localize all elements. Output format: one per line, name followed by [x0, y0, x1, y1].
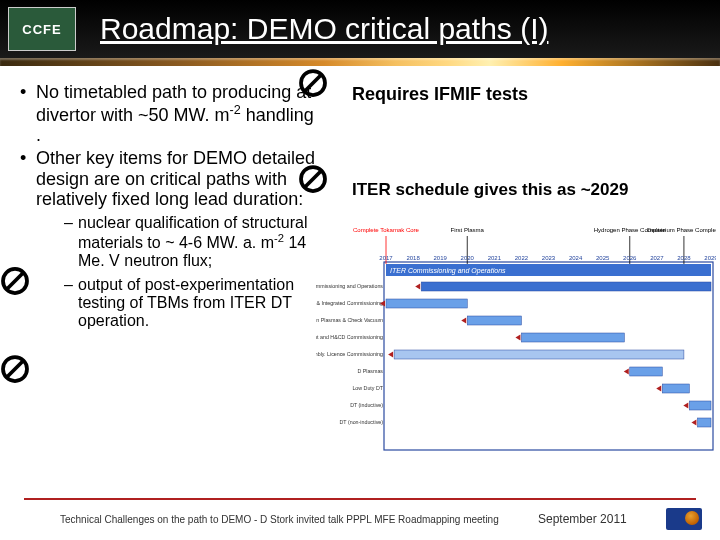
svg-rect-37: [467, 316, 521, 325]
bullet-2: Other key items for DEMO detailed design…: [16, 148, 318, 330]
prohibit-icon: [0, 266, 30, 296]
bullet-1-exp: -2: [230, 103, 241, 117]
annotation-iter-schedule: ITER schedule gives this as ~2029: [352, 180, 628, 200]
svg-text:2027: 2027: [650, 255, 664, 261]
annotation-ifmif: Requires IFMIF tests: [352, 84, 528, 105]
svg-rect-47: [689, 401, 711, 410]
svg-text:ITER Commissioning and Operati: ITER Commissioning and Operations: [390, 267, 506, 275]
bullet-column: No timetabled path to producing at diver…: [16, 82, 318, 330]
slide-footer: Technical Challenges on the path to DEMO…: [0, 508, 720, 530]
slide-title: Roadmap: DEMO critical paths (I): [100, 12, 548, 46]
svg-text:2024: 2024: [569, 255, 583, 261]
subbullet-2: – output of post-experimentation testing…: [36, 276, 318, 330]
svg-text:Plasma Development and H&CD Co: Plasma Development and H&CD Commissionin…: [316, 334, 383, 340]
svg-text:2022: 2022: [515, 255, 529, 261]
svg-line-3: [305, 171, 322, 188]
svg-rect-49: [697, 418, 711, 427]
svg-text:Hydrogen Plasmas & Check Vacuu: Hydrogen Plasmas & Check Vacuum: [316, 317, 384, 323]
footer-date: September 2011: [538, 512, 627, 526]
subbullet-1: – nuclear qualification of structural ma…: [36, 214, 318, 270]
slide-header: CCFE Roadmap: DEMO critical paths (I): [0, 0, 720, 58]
svg-line-7: [7, 361, 24, 378]
svg-text:2020: 2020: [461, 255, 475, 261]
iter-gantt-chart: Complete Tokamak CoreFirst PlasmaHydroge…: [316, 218, 716, 454]
svg-text:D Plasmas: D Plasmas: [357, 368, 383, 374]
svg-rect-45: [662, 384, 689, 393]
svg-text:2017: 2017: [379, 255, 393, 261]
subbullet-1-exp: -2: [274, 232, 284, 244]
prohibit-icon: [0, 354, 30, 384]
subbullet-2-text: output of post-experimentation testing o…: [78, 276, 294, 329]
svg-text:Deuterium Phase Complete: Deuterium Phase Complete: [647, 227, 716, 233]
svg-text:DT (inductive): DT (inductive): [350, 402, 383, 408]
ccfe-logo: CCFE: [8, 7, 76, 51]
prohibit-icon: [298, 68, 328, 98]
svg-rect-41: [394, 350, 684, 359]
svg-text:Complete Tokamak Core: Complete Tokamak Core: [353, 227, 420, 233]
svg-rect-43: [630, 367, 663, 376]
svg-rect-39: [521, 333, 624, 342]
svg-text:First Plasma: First Plasma: [451, 227, 485, 233]
dash-icon: –: [64, 276, 73, 294]
svg-line-5: [7, 273, 24, 290]
svg-text:DT (non-inductive): DT (non-inductive): [340, 419, 384, 425]
svg-line-1: [305, 75, 322, 92]
decorative-sunbar: [0, 58, 720, 66]
svg-text:2026: 2026: [623, 255, 637, 261]
bullet-2-text: Other key items for DEMO detailed design…: [36, 148, 315, 209]
decorative-redline: [24, 498, 696, 500]
svg-text:2018: 2018: [406, 255, 420, 261]
svg-text:2023: 2023: [542, 255, 556, 261]
svg-text:2025: 2025: [596, 255, 610, 261]
efda-logo: [666, 508, 702, 530]
dash-icon: –: [64, 214, 73, 232]
prohibit-icon: [298, 164, 328, 194]
svg-text:Stage 3 Nuclear Assembly. Lice: Stage 3 Nuclear Assembly. Licence Commis…: [316, 351, 383, 357]
svg-rect-35: [386, 299, 467, 308]
svg-text:Low Duty DT: Low Duty DT: [352, 385, 383, 391]
svg-text:2028: 2028: [677, 255, 691, 261]
svg-rect-33: [421, 282, 711, 291]
svg-text:ITER Commissioning and Operati: ITER Commissioning and Operations: [316, 283, 383, 289]
svg-text:2019: 2019: [433, 255, 447, 261]
svg-text:2029: 2029: [704, 255, 716, 261]
footer-text: Technical Challenges on the path to DEMO…: [60, 514, 499, 525]
svg-text:Tokamak & Integrated Commissio: Tokamak & Integrated Commissioning: [316, 300, 383, 306]
bullet-1: No timetabled path to producing at diver…: [16, 82, 318, 146]
svg-text:2021: 2021: [488, 255, 502, 261]
